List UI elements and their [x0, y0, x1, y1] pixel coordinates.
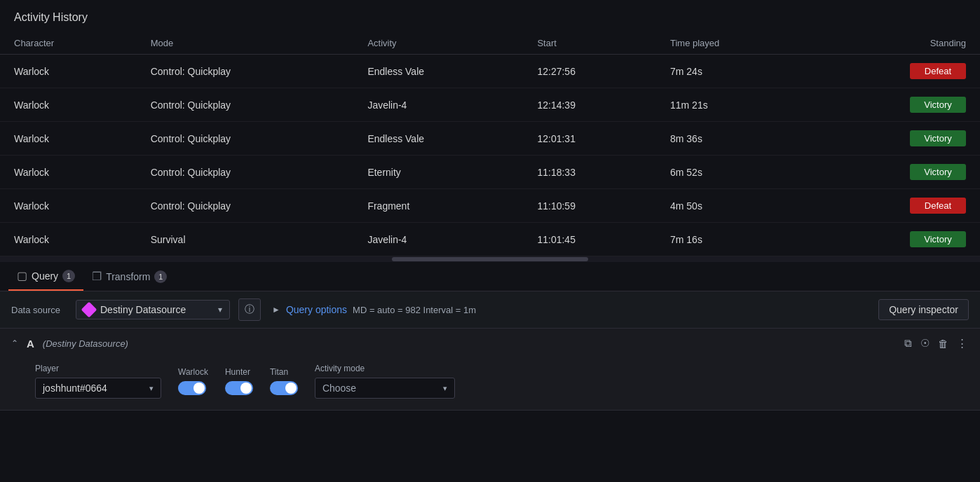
- query-inspector-button[interactable]: Query inspector: [878, 299, 969, 320]
- table-row: Warlock Control: Quickplay Fragment 11:1…: [0, 189, 980, 223]
- tab-transform-label: Transform: [106, 271, 150, 282]
- col-time-played: Time played: [656, 32, 811, 55]
- cell-activity: Javelin-4: [353, 223, 523, 256]
- tab-transform[interactable]: ❐ Transform 1: [83, 263, 175, 290]
- standing-badge: Victory: [910, 164, 966, 180]
- table-header-row: Character Mode Activity Start Time playe…: [0, 32, 980, 55]
- standing-badge: Defeat: [910, 63, 966, 79]
- cell-character: Warlock: [0, 223, 137, 256]
- cell-mode: Control: Quickplay: [137, 88, 354, 122]
- activity-mode-group: Activity mode Choose ▾: [315, 364, 455, 399]
- query-a-header: ⌃ A (Destiny Datasource) ⧉ ☉ 🗑 ⋮: [0, 329, 980, 358]
- cell-mode: Control: Quickplay: [137, 55, 354, 88]
- cell-activity: Eternity: [353, 156, 523, 189]
- warlock-knob: [193, 383, 205, 394]
- datasource-select[interactable]: Destiny Datasource ▾: [76, 300, 230, 319]
- cell-mode: Survival: [137, 223, 354, 256]
- col-start: Start: [523, 32, 656, 55]
- drag-handle-icon[interactable]: ⋮: [955, 336, 969, 351]
- cell-standing: Victory: [811, 223, 980, 256]
- titan-knob: [285, 383, 297, 394]
- standing-badge: Victory: [910, 231, 966, 247]
- tabs-section: ▢ Query 1 ❐ Transform 1: [0, 262, 980, 291]
- player-select[interactable]: joshhunt#0664 ▾: [35, 378, 161, 399]
- datasource-diamond-icon: [81, 302, 97, 318]
- table-row: Warlock Control: Quickplay Endless Vale …: [0, 122, 980, 156]
- cell-mode: Control: Quickplay: [137, 122, 354, 156]
- query-collapse-button[interactable]: ⌃: [11, 338, 18, 348]
- transform-icon: ❐: [92, 270, 102, 283]
- cell-time-played: 7m 16s: [656, 223, 811, 256]
- scrollbar-area[interactable]: [0, 256, 980, 262]
- player-value: joshhunt#0664: [43, 383, 144, 394]
- query-options-arrow-icon: ►: [272, 305, 280, 315]
- table-row: Warlock Control: Quickplay Eternity 11:1…: [0, 156, 980, 189]
- table-row: Warlock Control: Quickplay Endless Vale …: [0, 55, 980, 88]
- tab-query-badge: 1: [62, 270, 75, 282]
- tab-query-label: Query: [32, 270, 58, 282]
- cell-character: Warlock: [0, 156, 137, 189]
- cell-time-played: 11m 21s: [656, 88, 811, 122]
- titan-slider: [270, 381, 298, 395]
- datasource-info-button[interactable]: ⓘ: [238, 298, 261, 321]
- tab-transform-badge: 1: [154, 270, 167, 283]
- activity-mode-label: Activity mode: [315, 364, 455, 373]
- cell-time-played: 6m 52s: [656, 156, 811, 189]
- datasource-label: Data source: [11, 305, 67, 315]
- visibility-icon[interactable]: ☉: [919, 336, 931, 351]
- hunter-toggle[interactable]: [225, 381, 253, 395]
- cell-character: Warlock: [0, 88, 137, 122]
- query-options-link[interactable]: Query options: [286, 304, 347, 315]
- cell-time-played: 4m 50s: [656, 189, 811, 223]
- col-standing: Standing: [811, 32, 980, 55]
- cell-character: Warlock: [0, 55, 137, 88]
- col-character: Character: [0, 32, 137, 55]
- warlock-toggle[interactable]: [178, 381, 206, 395]
- cell-character: Warlock: [0, 122, 137, 156]
- standing-badge: Victory: [910, 130, 966, 146]
- query-a-actions: ⧉ ☉ 🗑 ⋮: [903, 336, 969, 351]
- cell-activity: Javelin-4: [353, 88, 523, 122]
- duplicate-icon[interactable]: ⧉: [903, 336, 913, 351]
- cell-standing: Defeat: [811, 189, 980, 223]
- cell-start: 12:14:39: [523, 88, 656, 122]
- delete-icon[interactable]: 🗑: [937, 336, 950, 351]
- cell-activity: Endless Vale: [353, 122, 523, 156]
- hunter-knob: [240, 383, 252, 394]
- activity-mode-value: Choose: [322, 383, 437, 394]
- player-label: Player: [35, 364, 161, 373]
- warlock-toggle-group: Warlock: [178, 367, 208, 395]
- cell-mode: Control: Quickplay: [137, 156, 354, 189]
- col-mode: Mode: [137, 32, 354, 55]
- query-datasource-hint: (Destiny Datasource): [43, 338, 128, 349]
- tab-query[interactable]: ▢ Query 1: [8, 262, 83, 291]
- cell-start: 12:27:56: [523, 55, 656, 88]
- query-icon: ▢: [17, 269, 27, 282]
- activity-history-section: Activity History Character Mode Activity…: [0, 0, 980, 262]
- activity-mode-select[interactable]: Choose ▾: [315, 378, 455, 399]
- cell-standing: Victory: [811, 88, 980, 122]
- col-activity: Activity: [353, 32, 523, 55]
- table-row: Warlock Survival Javelin-4 11:01:45 7m 1…: [0, 223, 980, 256]
- player-chevron-icon: ▾: [149, 384, 154, 393]
- titan-toggle-group: Titan: [270, 367, 298, 395]
- datasource-name: Destiny Datasource: [100, 304, 212, 315]
- datasource-row: Data source Destiny Datasource ▾ ⓘ ► Que…: [0, 291, 980, 329]
- warlock-label: Warlock: [178, 367, 208, 377]
- cell-start: 11:01:45: [523, 223, 656, 256]
- cell-character: Warlock: [0, 189, 137, 223]
- datasource-chevron-icon: ▾: [218, 305, 222, 315]
- query-letter: A: [27, 338, 34, 350]
- info-icon: ⓘ: [245, 303, 254, 316]
- scrollbar-track[interactable]: [392, 257, 588, 261]
- cell-start: 11:10:59: [523, 189, 656, 223]
- query-options-meta: MD = auto = 982 Interval = 1m: [353, 305, 476, 315]
- activity-table: Character Mode Activity Start Time playe…: [0, 32, 980, 256]
- titan-toggle[interactable]: [270, 381, 298, 395]
- activity-history-title: Activity History: [0, 0, 980, 32]
- cell-standing: Victory: [811, 122, 980, 156]
- hunter-slider: [225, 381, 253, 395]
- cell-activity: Fragment: [353, 189, 523, 223]
- cell-time-played: 7m 24s: [656, 55, 811, 88]
- standing-badge: Victory: [910, 97, 966, 113]
